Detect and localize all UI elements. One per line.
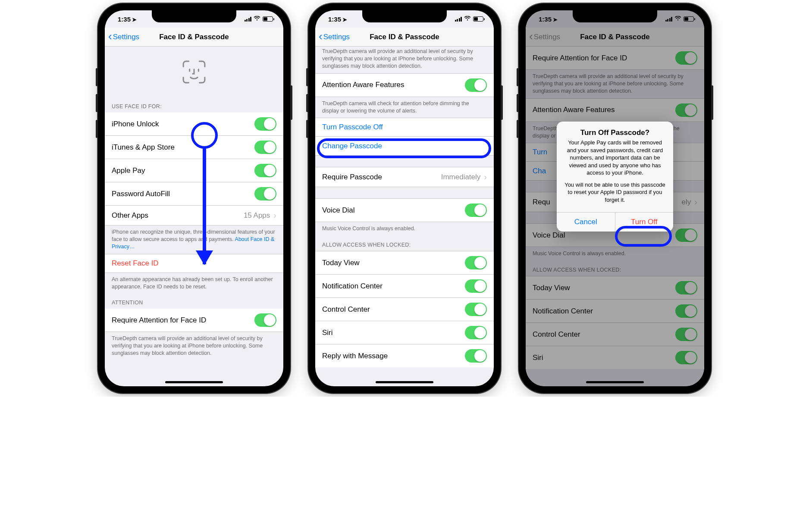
turn-off-button[interactable]: Turn Off	[615, 213, 674, 232]
back-button[interactable]: ‹ Settings	[319, 33, 350, 41]
location-icon: ➤	[342, 16, 347, 23]
content-2[interactable]: TrueDepth camera will provide an additio…	[315, 47, 494, 386]
row-itunes-appstore[interactable]: iTunes & App Store	[105, 136, 283, 159]
home-indicator[interactable]	[165, 381, 223, 383]
cell-label: Password AutoFill	[112, 190, 170, 198]
toggle-attention-aware[interactable]	[465, 78, 487, 92]
back-label: Settings	[323, 33, 350, 41]
footer-attention: TrueDepth camera will provide an additio…	[105, 332, 283, 360]
screen-2: 1:35➤ ‹ Settings Face ID & Passcode True…	[315, 10, 494, 386]
section-header-attention: ATTENTION	[105, 294, 283, 309]
cell-label: Other Apps	[112, 211, 148, 220]
cell-label: Require Attention for Face ID	[112, 316, 206, 325]
toggle-require-attention[interactable]	[254, 313, 276, 327]
annotation-arrow	[203, 148, 206, 264]
toggle-reply-message[interactable]	[465, 349, 487, 363]
cell-label: Attention Aware Features	[322, 81, 404, 89]
screen-3: 1:35➤ ‹ Settings Face ID & Passcode Requ…	[526, 10, 704, 386]
chevron-left-icon: ‹	[108, 34, 112, 39]
cell-label: Siri	[322, 329, 333, 337]
cell-label: Apple Pay	[112, 166, 145, 175]
toggle-apple-pay[interactable]	[254, 164, 276, 177]
toggle-iphone-unlock[interactable]	[254, 117, 276, 131]
chevron-left-icon: ‹	[319, 34, 323, 39]
toggle-siri[interactable]	[465, 326, 487, 339]
phone-2: 1:35➤ ‹ Settings Face ID & Passcode True…	[308, 3, 501, 393]
phone-3: 1:35➤ ‹ Settings Face ID & Passcode Requ…	[519, 3, 711, 393]
toggle-notification-center[interactable]	[465, 279, 487, 293]
content-1[interactable]: USE FACE ID FOR: iPhone Unlock iTunes & …	[105, 47, 283, 386]
cell-label: Notification Center	[322, 282, 383, 291]
row-change-passcode[interactable]: Change Passcode	[315, 137, 494, 156]
phone-1: 1:35➤ ‹ Settings Face ID & Passcode	[98, 3, 290, 393]
cell-label: Reset Face ID	[112, 259, 159, 268]
page-title: Face ID & Passcode	[159, 33, 229, 41]
cell-label: Today View	[322, 259, 360, 267]
cell-label: Voice Dial	[322, 206, 355, 215]
row-reply-message[interactable]: Reply with Message	[315, 344, 494, 367]
status-time: 1:35➤	[118, 16, 137, 23]
battery-icon	[473, 16, 483, 22]
require-passcode-value: Immediately	[441, 173, 481, 182]
faceid-icon	[105, 47, 283, 94]
cellular-icon	[455, 17, 462, 22]
toggle-today-view[interactable]	[465, 256, 487, 269]
alert-buttons: Cancel Turn Off	[557, 212, 673, 232]
row-apple-pay[interactable]: Apple Pay	[105, 159, 283, 182]
location-icon: ➤	[132, 16, 137, 23]
notch	[362, 10, 447, 22]
row-attention-aware[interactable]: Attention Aware Features	[315, 73, 494, 97]
row-require-passcode[interactable]: Require Passcode Immediately ›	[315, 167, 494, 187]
status-time: 1:35➤	[328, 16, 347, 23]
cell-label: Control Center	[322, 305, 370, 314]
back-label: Settings	[113, 33, 139, 41]
row-turn-passcode-off[interactable]: Turn Passcode Off	[315, 118, 494, 137]
alert-turn-off-passcode: Turn Off Passcode? Your Apple Pay cards …	[557, 122, 673, 232]
footer-use-faceid: iPhone can recognize the unique, three-d…	[105, 225, 283, 254]
nav-bar: ‹ Settings Face ID & Passcode	[315, 28, 494, 47]
back-button[interactable]: ‹ Settings	[108, 33, 139, 41]
chevron-right-icon: ›	[273, 210, 276, 220]
footer-attention-aware: TrueDepth camera will check for attentio…	[315, 97, 494, 118]
screen-1: 1:35➤ ‹ Settings Face ID & Passcode	[105, 10, 283, 386]
row-control-center[interactable]: Control Center	[315, 298, 494, 321]
toggle-control-center[interactable]	[465, 303, 487, 316]
chevron-right-icon: ›	[484, 172, 487, 182]
section-header-use-faceid: USE FACE ID FOR:	[105, 94, 283, 113]
row-iphone-unlock[interactable]: iPhone Unlock	[105, 113, 283, 136]
toggle-autofill[interactable]	[254, 187, 276, 200]
row-password-autofill[interactable]: Password AutoFill	[105, 182, 283, 206]
other-apps-value: 15 Apps	[244, 211, 270, 220]
home-indicator[interactable]	[376, 381, 433, 383]
cellular-icon	[245, 17, 252, 22]
row-require-attention[interactable]: Require Attention for Face ID	[105, 309, 283, 332]
row-notification-center[interactable]: Notification Center	[315, 275, 494, 298]
row-other-apps[interactable]: Other Apps 15 Apps ›	[105, 206, 283, 225]
cell-label: Turn Passcode Off	[322, 123, 383, 131]
nav-bar: ‹ Settings Face ID & Passcode	[105, 28, 283, 47]
footer-reset: An alternate appearance has already been…	[105, 273, 283, 294]
wifi-icon	[254, 16, 260, 22]
cell-label: iTunes & App Store	[112, 143, 175, 152]
page-title: Face ID & Passcode	[370, 33, 439, 41]
row-reset-faceid[interactable]: Reset Face ID	[105, 254, 283, 273]
notch	[573, 10, 657, 22]
row-voice-dial[interactable]: Voice Dial	[315, 198, 494, 222]
cancel-button[interactable]: Cancel	[557, 213, 615, 232]
notch	[152, 10, 236, 22]
battery-icon	[263, 16, 273, 22]
status-icons	[245, 16, 273, 22]
alert-message: Your Apple Pay cards will be removed and…	[557, 139, 673, 212]
cell-label: Reply with Message	[322, 352, 388, 360]
status-icons	[455, 16, 484, 22]
toggle-voice-dial[interactable]	[465, 203, 487, 217]
footer-voice-dial: Music Voice Control is always enabled.	[315, 222, 494, 236]
section-header-allow-access: ALLOW ACCESS WHEN LOCKED:	[315, 236, 494, 251]
row-siri[interactable]: Siri	[315, 321, 494, 344]
toggle-itunes[interactable]	[254, 141, 276, 154]
cell-label: iPhone Unlock	[112, 120, 159, 128]
footer-truedepth-cut: TrueDepth camera will provide an additio…	[315, 47, 494, 73]
cell-label: Change Passcode	[322, 142, 382, 150]
alert-title: Turn Off Passcode?	[557, 122, 673, 139]
row-today-view[interactable]: Today View	[315, 251, 494, 275]
